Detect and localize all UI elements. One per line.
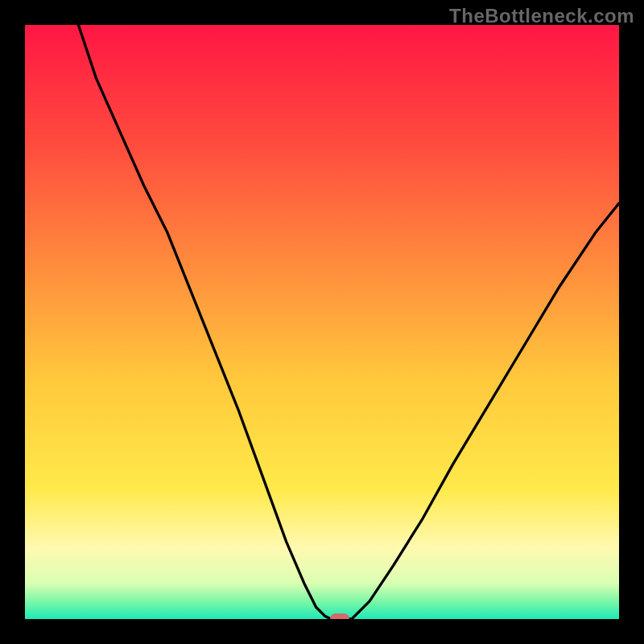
chart-frame: TheBottleneck.com <box>0 0 644 644</box>
bottleneck-curve <box>25 25 619 619</box>
watermark-text: TheBottleneck.com <box>449 5 634 27</box>
optimal-marker <box>330 613 349 619</box>
plot-area <box>25 25 619 619</box>
curve-path <box>78 25 619 619</box>
